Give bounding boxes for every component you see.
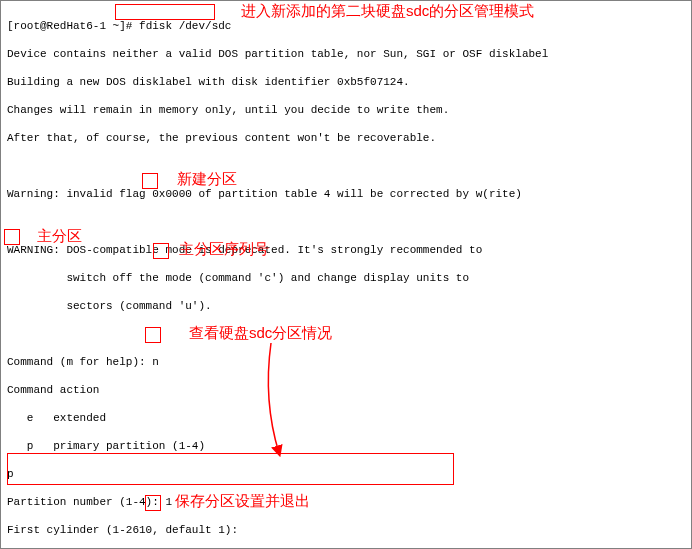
output-line: Building a new DOS disklabel with disk i… bbox=[7, 75, 685, 89]
output-line: Command action bbox=[7, 383, 685, 397]
highlight-box-partition-table bbox=[7, 453, 454, 485]
output-line: switch off the mode (command 'c') and ch… bbox=[7, 271, 685, 285]
annotation-new-partition: 新建分区 bbox=[177, 172, 237, 186]
shell-prompt: [root@RedHat6-1 ~]# bbox=[7, 20, 139, 32]
partition-number-prompt: Partition number (1-4): bbox=[7, 496, 165, 508]
annotation-partition-number: 主分区序列号 bbox=[179, 242, 269, 256]
command-fdisk: fdisk /dev/sdc bbox=[139, 20, 231, 32]
annotation-view-partition: 查看硬盘sdc分区情况 bbox=[189, 326, 332, 340]
output-line: WARNING: DOS-compatible mode is deprecat… bbox=[7, 243, 685, 257]
highlight-box-n bbox=[142, 173, 158, 189]
output-line: Warning: invalid flag 0x0000 of partitio… bbox=[7, 187, 685, 201]
fdisk-prompt: Command (m for help): bbox=[7, 356, 152, 368]
output-line: sectors (command 'u'). bbox=[7, 299, 685, 313]
annotation-primary-partition: 主分区 bbox=[37, 229, 82, 243]
input-n: n bbox=[152, 356, 159, 368]
highlight-box-1 bbox=[153, 243, 169, 259]
input-1: 1 bbox=[165, 496, 172, 508]
annotation-enter-fdisk: 进入新添加的第二块硬盘sdc的分区管理模式 bbox=[241, 4, 534, 18]
highlight-box-p2 bbox=[145, 327, 161, 343]
output-line: e extended bbox=[7, 411, 685, 425]
highlight-box-command bbox=[115, 4, 215, 20]
output-line: First cylinder (1-2610, default 1): bbox=[7, 523, 685, 537]
terminal-window[interactable]: [root@RedHat6-1 ~]# fdisk /dev/sdc Devic… bbox=[0, 0, 692, 549]
output-line: p primary partition (1-4) bbox=[7, 439, 685, 453]
annotation-save-exit: 保存分区设置并退出 bbox=[175, 494, 310, 508]
highlight-box-w bbox=[145, 495, 161, 511]
output-line: Device contains neither a valid DOS part… bbox=[7, 47, 685, 61]
output-line: Changes will remain in memory only, unti… bbox=[7, 103, 685, 117]
highlight-box-p bbox=[4, 229, 20, 245]
output-line: After that, of course, the previous cont… bbox=[7, 131, 685, 145]
